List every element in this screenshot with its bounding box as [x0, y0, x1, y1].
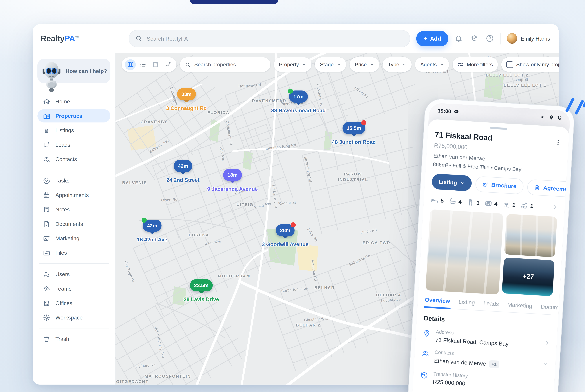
user-menu[interactable]: Emily Harris: [506, 33, 550, 44]
brochure-button[interactable]: Brochure: [475, 176, 524, 194]
map-pin-3-connaught-rd[interactable]: 33m: [177, 88, 196, 100]
filter-stage[interactable]: Stage: [315, 57, 346, 72]
detail-row-address[interactable]: Address71 Fiskaal Road, Camps Bay: [422, 328, 550, 350]
map-pin-16-42nd-ave[interactable]: 42m: [143, 220, 162, 232]
status-dot-red: [291, 222, 296, 228]
search-icon: [185, 62, 190, 68]
analytics-view-button[interactable]: [162, 59, 173, 70]
learning-icon[interactable]: [470, 34, 478, 42]
map-pin-3-goodwill-avenue[interactable]: 28m: [276, 224, 294, 236]
map-pin-9-jacaranda-avenue[interactable]: 18m: [223, 169, 242, 181]
more-filters-button[interactable]: More filters: [453, 57, 498, 72]
tab-leads[interactable]: Leads: [483, 300, 499, 307]
page: RealtyPATM +Add Emily Harris: [0, 0, 585, 392]
checkbox-icon[interactable]: [506, 61, 513, 68]
amenity-pool: 1: [520, 201, 534, 210]
pin-value: 18m: [228, 172, 238, 178]
phone-screen: 19:00 71 Fiskaal Road R75,000,000 Ethan …: [408, 102, 570, 392]
show-only-my-properties-toggle[interactable]: Show only my properties: [501, 57, 559, 72]
sidebar-item-tasks[interactable]: Tasks: [38, 174, 110, 187]
amenities-row: 541411: [430, 196, 558, 212]
sidebar-item-contacts[interactable]: Contacts: [38, 152, 110, 166]
view-toggle-group: [122, 57, 176, 72]
secondary-buttons: BrochureAgreement: [475, 176, 570, 198]
property-search[interactable]: [180, 57, 270, 72]
chevron-right-icon[interactable]: [544, 340, 550, 346]
sidebar-item-leads[interactable]: Leads: [38, 138, 110, 151]
sidebar-item-documents[interactable]: Documents: [38, 217, 110, 230]
documents-icon: [43, 220, 50, 228]
photo-kitchen[interactable]: [426, 209, 504, 295]
volume-icon: [540, 114, 546, 120]
marker-label: 3 Connaught Rd: [166, 105, 207, 111]
image-plus-icon: [482, 181, 488, 188]
sidebar-item-label: Teams: [55, 286, 71, 292]
decorative-top-tab: [190, 0, 278, 4]
filter-pills: PropertyStagePriceTypeAgents: [274, 57, 449, 72]
map-pin-28-lavis-drive[interactable]: 23.5m: [190, 279, 213, 291]
tasks-icon: [43, 177, 50, 184]
property-search-input[interactable]: [194, 61, 265, 68]
sidebar-item-teams[interactable]: Teams: [38, 282, 110, 295]
phone-status-bar: 19:00: [429, 102, 570, 122]
filter-price[interactable]: Price: [350, 57, 379, 72]
sidebar-item-marketing[interactable]: Marketing: [38, 232, 110, 245]
assistant-card[interactable]: How can I help?: [38, 59, 110, 83]
sidebar-item-properties[interactable]: Properties: [38, 109, 110, 122]
sidebar-item-files[interactable]: Files: [38, 246, 110, 259]
area-label-modderdam: MODDERDAM: [218, 274, 250, 278]
marker-label: 38 Ravensmead Road: [271, 108, 326, 114]
map-pin-48-junction-road[interactable]: 15.5m: [342, 122, 365, 134]
map-marker-38-ravensmead-road: 17m38 Ravensmead Road: [267, 90, 330, 114]
sidebar-item-users[interactable]: Users: [38, 268, 110, 281]
detail-row-transfer-history[interactable]: Transfer HistoryR25,000,000: [420, 370, 548, 392]
phone-tabs: OverviewListingLeadsMarketingDocuments: [424, 296, 552, 315]
photo-dining[interactable]: [504, 214, 557, 257]
map-view-button[interactable]: [125, 59, 136, 70]
sidebar-item-workspace[interactable]: Workspace: [38, 311, 110, 324]
global-search-input[interactable]: [146, 35, 404, 42]
sidebar-item-appointments[interactable]: Appointments: [38, 188, 110, 202]
filter-property[interactable]: Property: [274, 57, 311, 72]
map-pin-24-2nd-street[interactable]: 42m: [174, 160, 192, 172]
area-label-eureka: EUREKA: [189, 232, 209, 237]
assistant-prompt: How can I help?: [66, 59, 107, 83]
help-icon[interactable]: [486, 34, 494, 42]
photo-pool-more[interactable]: +27: [502, 258, 554, 296]
sidebar-divider: [39, 328, 109, 328]
kanban-view-button[interactable]: [150, 59, 161, 70]
sidebar-item-home[interactable]: Home: [38, 95, 110, 108]
add-button[interactable]: +Add: [416, 31, 448, 46]
leads-icon: [43, 141, 50, 148]
tab-marketing[interactable]: Marketing: [507, 302, 532, 309]
listing-button[interactable]: Listing: [432, 174, 472, 192]
map-pin-38-ravensmead-road[interactable]: 17m: [289, 90, 308, 102]
sidebar-item-trash[interactable]: Trash: [38, 332, 110, 346]
agreement-button[interactable]: Agreement: [527, 179, 570, 198]
area-label-erica-twp: ERICA TWP: [362, 240, 390, 245]
sidebar-item-offices[interactable]: Offices: [38, 296, 110, 310]
global-search[interactable]: [129, 30, 410, 47]
tab-listing[interactable]: Listing: [458, 298, 475, 306]
sidebar: How can I help? HomePropertiesListingsLe…: [33, 53, 116, 384]
area-label-industrial: INDUSTRIAL: [338, 177, 368, 182]
kebab-menu-icon[interactable]: [554, 138, 562, 146]
chevron-right-icon[interactable]: [552, 204, 558, 210]
sidebar-divider: [39, 263, 109, 264]
filter-type[interactable]: Type: [383, 57, 412, 72]
chevron-down-icon[interactable]: [543, 361, 548, 366]
area-label-parow: PAROW: [344, 172, 362, 176]
sidebar-item-listings[interactable]: Listings: [38, 124, 110, 137]
badge-plus-one: +1: [489, 360, 499, 368]
list-view-button[interactable]: [137, 59, 148, 70]
detail-row-contacts[interactable]: ContactsEthan van de Merwe+1: [421, 349, 549, 372]
drag-handle-icon[interactable]: [490, 127, 507, 130]
marker-label: 9 Jacaranda Avenue: [207, 186, 258, 192]
map-marker-48-junction-road: 15.5m48 Junction Road: [323, 122, 385, 145]
pin-value: 28m: [280, 228, 290, 233]
notifications-bell-icon[interactable]: [454, 34, 462, 42]
tab-overview[interactable]: Overview: [425, 296, 450, 304]
filter-agents[interactable]: Agents: [415, 57, 449, 72]
tab-documents[interactable]: Documents: [540, 303, 570, 311]
sidebar-item-notes[interactable]: Notes: [38, 203, 110, 216]
